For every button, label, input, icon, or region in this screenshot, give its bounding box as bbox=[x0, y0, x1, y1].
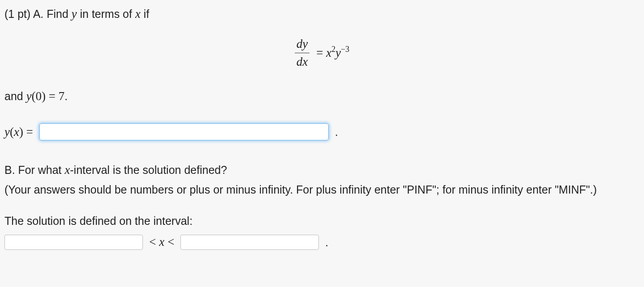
ic-period: . bbox=[64, 90, 67, 102]
ic-val: 7 bbox=[59, 89, 65, 103]
fraction-dy-dx: dy dx bbox=[295, 35, 309, 71]
intro-prefix: (1 pt) A. Find bbox=[4, 8, 71, 20]
answer-label: y(x) = bbox=[4, 123, 33, 141]
answer-period: . bbox=[335, 124, 338, 140]
interval-lower-input[interactable] bbox=[4, 235, 143, 250]
ic-zero: 0 bbox=[36, 89, 42, 103]
rhs-y: y bbox=[335, 46, 341, 59]
interval-period: . bbox=[325, 234, 328, 250]
var-y: y bbox=[71, 7, 77, 21]
part-a-intro: (1 pt) A. Find y in terms of x if bbox=[4, 5, 640, 23]
rhs-x-exp: 2 bbox=[331, 45, 335, 54]
ic-y: y bbox=[26, 89, 32, 103]
intro-mid: in terms of bbox=[77, 8, 135, 20]
lt2: < bbox=[167, 235, 174, 249]
part-b-question: B. For what x-interval is the solution d… bbox=[4, 161, 640, 179]
b-prefix: B. For what bbox=[4, 164, 65, 176]
interval-row: < x < . bbox=[4, 233, 640, 251]
frac-den-d: d bbox=[297, 55, 303, 68]
answer-label-open: ( bbox=[10, 125, 14, 139]
ic-close: ) bbox=[42, 89, 46, 103]
problem-page: (1 pt) A. Find y in terms of x if dy dx … bbox=[0, 0, 644, 259]
b-x: x bbox=[65, 163, 70, 177]
answer-label-x: x bbox=[14, 125, 19, 139]
var-x: x bbox=[135, 7, 141, 21]
answer-row: y(x) = . bbox=[4, 123, 640, 141]
intro-suffix: if bbox=[141, 8, 149, 20]
answer-label-eq: = bbox=[23, 125, 33, 139]
ic-open: ( bbox=[32, 89, 36, 103]
answer-label-close: ) bbox=[19, 125, 23, 139]
interval-label: The solution is defined on the interval: bbox=[4, 213, 640, 229]
interval-x: x bbox=[159, 235, 164, 249]
part-b-hint: (Your answers should be numbers or plus … bbox=[4, 181, 640, 198]
yx-answer-input[interactable] bbox=[39, 123, 329, 140]
answer-label-y: y bbox=[4, 125, 10, 139]
b-suffix: -interval is the solution defined? bbox=[70, 164, 227, 176]
ic-prefix: and bbox=[4, 90, 26, 102]
frac-num-y: y bbox=[302, 37, 308, 51]
lt1: < bbox=[149, 235, 156, 249]
interval-upper-input[interactable] bbox=[180, 235, 319, 250]
rhs-y-exp: −3 bbox=[341, 45, 349, 54]
frac-num-d: d bbox=[297, 37, 303, 51]
initial-condition: and y(0) = 7. bbox=[4, 88, 640, 105]
rhs-x: x bbox=[326, 46, 331, 59]
equals-sign: = bbox=[316, 46, 326, 59]
interval-between: < x < bbox=[149, 233, 174, 251]
ic-eq: = bbox=[46, 89, 59, 103]
frac-den-x: x bbox=[302, 55, 308, 68]
differential-equation: dy dx = x2y−3 bbox=[4, 35, 640, 71]
